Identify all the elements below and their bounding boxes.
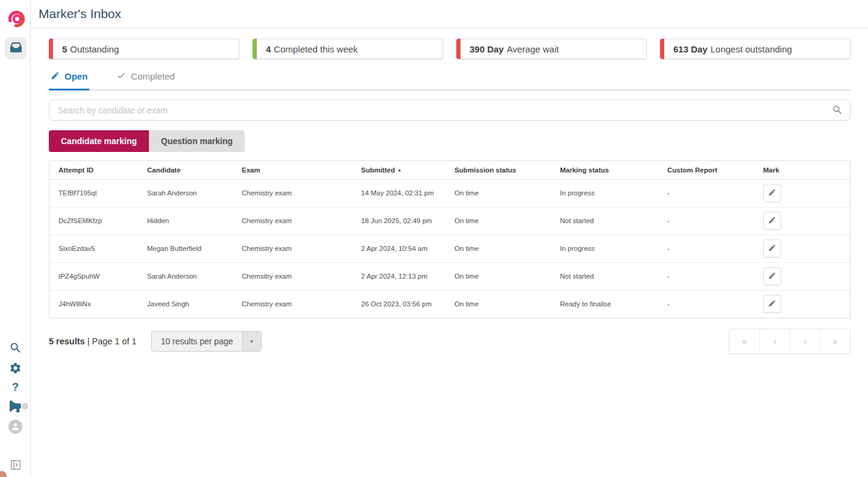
help-icon: ? [12,381,19,394]
attempts-table: Attempt ID Candidate Exam Submitted▲ Sub… [49,160,851,318]
cell-custom-report: - [667,290,763,318]
stat-card-longest-outstanding: 613 Day Longest outstanding [660,39,851,59]
cell-candidate: Hidden [147,207,242,235]
sidebar-item-help[interactable]: ? [0,381,31,394]
cell-submitted: 18 Jun 2025, 02:49 pm [361,207,454,235]
stat-value: 390 Day [470,44,504,54]
cell-submission-status: On time [454,207,560,235]
stat-label: Average wait [507,44,559,54]
stat-value: 4 [266,44,271,54]
pencil-icon [768,271,776,281]
sidebar-item-search[interactable] [0,341,31,357]
table-row: SixoEzdav5 Megan Butterfield Chemistry e… [49,235,850,262]
col-mark: Mark [763,161,850,179]
col-submission-status[interactable]: Submission status [454,161,560,179]
cell-custom-report: - [667,235,763,262]
table-header-row: Attempt ID Candidate Exam Submitted▲ Sub… [49,161,850,179]
cell-attempt-id: tPZ4gSpuhW [49,262,147,290]
cell-submission-status: On time [454,262,560,290]
inbox-icon [10,42,22,55]
sidebar-collapse-toggle[interactable] [0,460,31,473]
results-summary: 5 results | Page 1 of 1 [49,336,137,346]
mark-button[interactable] [763,212,781,230]
cell-marking-status: Not started [560,262,667,290]
search-bar [49,100,851,121]
tab-open[interactable]: Open [49,71,89,90]
col-marking-status[interactable]: Marking status [560,161,667,179]
cell-attempt-id: DcZfSEMKfzp [49,207,147,235]
search-input[interactable] [49,100,851,121]
pencil-icon [768,299,776,309]
cell-attempt-id: TEfBf7195ql [49,179,147,207]
first-page-button[interactable]: « [729,329,760,353]
tab-label: Open [64,71,87,81]
col-exam[interactable]: Exam [242,161,361,179]
search-icon [9,341,22,357]
marking-mode-toggle: Candidate marking Question marking [49,130,851,152]
cirrus-logo [7,10,26,28]
chevron-down-icon: ▼ [242,332,261,351]
stat-value: 5 [62,44,67,54]
mark-button[interactable] [763,267,781,285]
per-page-label: 10 results per page [152,332,242,351]
cell-custom-report: - [667,262,763,290]
cell-exam: Chemistry exam [242,290,361,318]
tab-label: Completed [131,71,175,81]
cell-candidate: Javeed Singh [147,290,242,318]
check-icon [116,71,126,82]
per-page-dropdown[interactable]: 10 results per page ▼ [151,331,262,352]
next-page-button[interactable]: › [790,329,820,353]
prev-page-button[interactable]: ‹ [760,329,790,353]
cell-custom-report: - [667,179,763,207]
col-candidate[interactable]: Candidate [147,161,242,179]
mark-button[interactable] [763,239,781,257]
cell-exam: Chemistry exam [242,207,361,235]
table-row: tPZ4gSpuhW Sarah Anderson Chemsitry exam… [49,262,850,290]
pencil-icon [768,188,776,198]
top-header: Marker's Inbox [31,0,868,28]
cell-submitted: 26 Oct 2023, 03:56 pm [361,290,454,318]
last-page-button[interactable]: » [820,329,850,353]
col-custom-report[interactable]: Custom Report [667,161,763,179]
stat-value: 613 Day [673,44,708,54]
avatar-icon [8,420,22,434]
cell-exam: Chemistry exam [242,179,361,207]
col-submitted[interactable]: Submitted▲ [361,161,454,179]
pencil-icon [768,244,776,253]
stats-row: 5 Outstanding 4 Completed this week 390 … [49,39,851,59]
cell-candidate: Sarah Anderson [147,262,242,290]
table-footer: 5 results | Page 1 of 1 10 results per p… [49,329,851,354]
tab-completed[interactable]: Completed [115,71,177,90]
question-marking-button[interactable]: Question marking [149,130,245,152]
mark-button[interactable] [763,184,781,202]
cell-candidate: Megan Butterfield [147,235,242,262]
gear-icon [9,362,22,377]
stat-label: Longest outstanding [711,44,792,54]
main-content: 5 Outstanding 4 Completed this week 390 … [31,29,868,477]
sidebar-item-inbox[interactable] [5,37,27,59]
pencil-icon [51,71,60,82]
cell-exam: Chemistry exam [242,235,361,262]
stat-label: Completed this week [274,44,357,54]
cell-marking-status: In progress [560,179,667,207]
search-icon [832,104,843,118]
cell-marking-status: In progress [560,235,667,262]
cell-attempt-id: J4hWllliNx [49,290,147,318]
megaphone-icon [10,400,22,415]
cell-marking-status: Not started [560,207,667,235]
cell-submission-status: On time [454,179,560,207]
mark-button[interactable] [763,295,781,313]
cell-marking-status: Ready to finalise [560,290,667,318]
cell-attempt-id: SixoEzdav5 [49,235,147,262]
sidebar-item-profile[interactable] [0,420,31,434]
col-attempt-id[interactable]: Attempt ID [49,161,147,179]
sort-asc-icon: ▲ [397,168,401,172]
candidate-marking-button[interactable]: Candidate marking [49,130,149,152]
cell-submitted: 2 Apr 2024, 10:54 am [361,235,454,262]
sidebar: ? [0,0,31,477]
sidebar-item-settings[interactable] [0,362,31,377]
cell-submitted: 2 Apr 2024, 12:13 pm [361,262,454,290]
cell-submitted: 14 May 2024, 02:31 pm [361,179,454,207]
cell-exam: Chemsitry exam [242,262,361,290]
pencil-icon [768,216,776,226]
